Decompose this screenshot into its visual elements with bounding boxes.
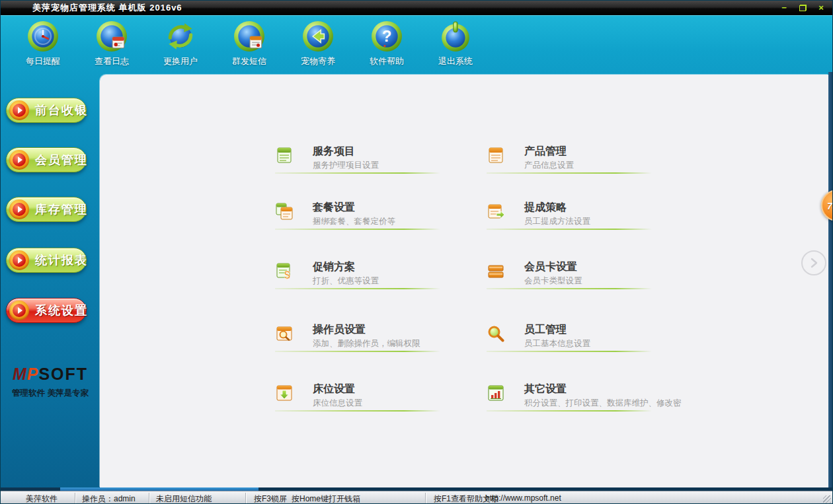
logo-soft: SOFT <box>38 365 88 383</box>
menu-subtitle: 服务护理项目设置 <box>313 160 379 171</box>
sidebar-item-label: 库存管理 <box>35 201 88 217</box>
resize-grip-icon[interactable] <box>823 495 831 503</box>
status-operator: 操作员：admin <box>82 493 136 504</box>
menu-subtitle: 会员卡类型设置 <box>524 275 582 287</box>
logo-p: P <box>27 365 39 383</box>
menu-title: 床位设置 <box>313 382 362 396</box>
sidebar-item-settings[interactable]: 系统设置 <box>6 298 87 323</box>
toolbar-label: 更换用户 <box>163 55 198 67</box>
separator-line <box>275 410 440 412</box>
app-window: 美萍宠物店管理系统 单机版 2016v6 − × 每日提醒 <box>0 0 833 504</box>
promo-badge-value: 75 <box>827 201 833 211</box>
separator-line <box>275 288 440 289</box>
status-sms: 未启用短信功能 <box>156 493 212 504</box>
menu-item-member-card-settings[interactable]: 会员卡设置 会员卡类型设置 <box>487 260 656 291</box>
sidebar-item-cashier[interactable]: 前台收银 <box>6 98 87 123</box>
restore-icon <box>799 5 807 11</box>
toolbar-item-switch-user[interactable]: 更换用户 <box>146 16 215 72</box>
status-vendor: 美萍软件 <box>26 493 58 504</box>
switch-user-icon <box>165 20 196 52</box>
menu-title: 产品管理 <box>524 145 574 158</box>
menu-item-promotion-plan[interactable]: $ 促销方案 打折、优惠等设置 <box>275 260 444 291</box>
separator-line <box>487 410 652 412</box>
right-edge-strip <box>828 72 833 487</box>
menu-item-operator-settings[interactable]: 操作员设置 添加、删除操作员，编辑权限 <box>275 323 444 353</box>
chevron-right-icon <box>808 257 820 269</box>
exit-system-icon <box>440 20 471 52</box>
svg-text:$: $ <box>284 270 290 280</box>
play-icon <box>9 301 29 320</box>
member-card-settings-icon <box>487 262 505 280</box>
menu-title: 服务项目 <box>313 145 379 158</box>
menu-title: 套餐设置 <box>313 201 395 214</box>
close-button[interactable]: × <box>815 3 827 13</box>
promotion-plan-icon: $ <box>275 262 294 280</box>
toolbar-item-exit-system[interactable]: 退出系统 <box>421 16 490 72</box>
menu-item-other-settings[interactable]: 其它设置 积分设置、打印设置、数据库维护、修改密 <box>487 382 656 413</box>
logo-tagline: 管理软件 美萍是专家 <box>1 388 100 399</box>
status-separator <box>245 493 246 503</box>
sidebar-item-label: 统计报表 <box>35 252 88 268</box>
separator-line <box>275 351 440 352</box>
menu-subtitle: 产品信息设置 <box>524 160 574 171</box>
pet-boarding-icon <box>302 20 334 52</box>
next-page-button[interactable] <box>801 250 826 275</box>
toolbar: 每日提醒 查看日志 更换用户 <box>1 15 832 72</box>
software-help-icon: ? <box>371 20 403 52</box>
status-url: http://www.mpsoft.net <box>485 493 561 503</box>
view-log-icon <box>96 20 128 52</box>
menu-title: 促销方案 <box>313 260 379 273</box>
menu-subtitle: 捆绑套餐、套餐定价等 <box>313 216 395 227</box>
staff-management-icon <box>487 324 505 343</box>
play-icon <box>9 199 29 219</box>
status-lock-hint: 按F3锁屏 <box>254 493 287 504</box>
menu-title: 其它设置 <box>524 382 682 396</box>
menu-item-package-settings[interactable]: 套餐设置 捆绑套餐、套餐定价等 <box>275 201 444 231</box>
toolbar-item-software-help[interactable]: ? 软件帮助 <box>352 16 421 72</box>
sidebar-item-inventory[interactable]: 库存管理 <box>6 197 87 222</box>
menu-subtitle: 员工基本信息设置 <box>524 338 590 349</box>
menu-item-commission-policy[interactable]: 提成策略 员工提成方法设置 <box>487 201 656 231</box>
minimize-button[interactable]: − <box>778 3 790 13</box>
separator-line <box>487 351 652 352</box>
menu-item-staff-management[interactable]: 员工管理 员工基本信息设置 <box>487 323 656 353</box>
toolbar-item-view-log[interactable]: 查看日志 <box>77 16 146 72</box>
mpsoft-logo: MPSOFT 管理软件 美萍是专家 <box>1 365 100 399</box>
separator-line <box>275 229 440 230</box>
toolbar-label: 每日提醒 <box>26 55 60 67</box>
menu-subtitle: 积分设置、打印设置、数据库维护、修改密 <box>524 398 682 409</box>
menu-title: 提成策略 <box>524 201 590 214</box>
logo-m: M <box>13 365 27 383</box>
toolbar-item-pet-boarding[interactable]: 宠物寄养 <box>284 16 352 72</box>
sidebar-item-label: 会员管理 <box>35 152 88 168</box>
sidebar-item-label: 系统设置 <box>35 303 88 318</box>
status-separator <box>75 493 75 503</box>
play-icon <box>9 250 29 270</box>
menu-subtitle: 添加、删除操作员，编辑权限 <box>313 338 420 349</box>
sidebar-item-reports[interactable]: 统计报表 <box>6 248 87 273</box>
status-separator <box>425 493 426 503</box>
separator-line <box>487 288 652 289</box>
menu-item-bed-settings[interactable]: 床位设置 床位信息设置 <box>275 382 444 413</box>
restore-button[interactable] <box>797 3 809 13</box>
toolbar-label: 查看日志 <box>95 55 129 67</box>
menu-subtitle: 打折、优惠等设置 <box>313 275 379 287</box>
toolbar-item-mass-sms[interactable]: 群发短信 <box>215 16 284 72</box>
daily-reminder-icon <box>27 20 59 52</box>
menu-title: 操作员设置 <box>313 323 420 336</box>
menu-item-product-management[interactable]: 产品管理 产品信息设置 <box>487 145 656 175</box>
play-icon <box>9 150 29 170</box>
mass-sms-icon <box>233 20 265 52</box>
separator-line <box>275 172 440 174</box>
menu-title: 员工管理 <box>524 323 590 336</box>
menu-subtitle: 员工提成方法设置 <box>524 216 590 227</box>
toolbar-item-daily-reminder[interactable]: 每日提醒 <box>9 16 77 72</box>
sidebar-item-members[interactable]: 会员管理 <box>6 147 87 172</box>
menu-item-service-items[interactable]: 服务项目 服务护理项目设置 <box>275 145 444 175</box>
toolbar-label: 群发短信 <box>232 55 266 67</box>
status-cashbox-hint: 按Home键打开钱箱 <box>292 493 360 504</box>
other-settings-icon <box>487 384 505 402</box>
toolbar-label: 退出系统 <box>438 55 473 67</box>
separator-line <box>487 229 652 230</box>
service-items-icon <box>275 146 294 164</box>
